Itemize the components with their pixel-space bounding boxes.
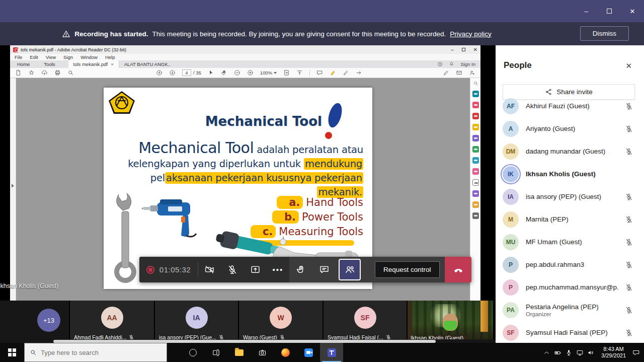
stamp-tool-icon[interactable] bbox=[472, 201, 479, 208]
window-minimize-button[interactable]: – bbox=[575, 0, 598, 22]
edit-pdf-icon[interactable] bbox=[472, 102, 479, 108]
filmstrip-scrollbar-thumb[interactable] bbox=[53, 340, 436, 343]
request-control-button[interactable]: Request control bbox=[375, 261, 440, 278]
file-explorer-button[interactable] bbox=[227, 343, 251, 362]
people-panel-close-icon[interactable]: ✕ bbox=[625, 61, 632, 70]
zoom-level-dropdown[interactable]: 100% bbox=[260, 70, 277, 76]
menu-view[interactable]: View bbox=[46, 54, 56, 60]
star-favorites-icon[interactable] bbox=[28, 69, 35, 76]
protect-pdf-icon[interactable] bbox=[472, 179, 479, 186]
participant-row-self[interactable]: IK Ikhsan Kholis (Guest) bbox=[496, 163, 644, 185]
comment-tool-icon[interactable] bbox=[316, 69, 323, 76]
doc-tab-alat-bantu[interactable]: ALAT BANTU ANGK.. bbox=[119, 60, 176, 68]
mic-toggle-button[interactable] bbox=[221, 257, 244, 282]
raise-hand-button[interactable] bbox=[289, 257, 312, 282]
privacy-policy-link[interactable]: Privacy policy bbox=[450, 30, 492, 38]
fill-sign-icon[interactable] bbox=[443, 69, 449, 76]
participant-row[interactable]: IA isa ansory (PEP) (Guest) bbox=[496, 185, 644, 208]
menu-window[interactable]: Window bbox=[80, 54, 98, 60]
camera-app-button[interactable] bbox=[251, 343, 274, 362]
participant-row[interactable]: DM dadang munandar (Guest) bbox=[496, 140, 644, 163]
participant-row[interactable]: MU MF Umam (Guest) bbox=[496, 231, 644, 253]
volume-icon[interactable] bbox=[587, 349, 595, 356]
more-tools-icon[interactable] bbox=[472, 212, 479, 219]
chat-button[interactable] bbox=[312, 257, 336, 282]
compress-pdf-icon[interactable] bbox=[472, 157, 479, 164]
window-close-button[interactable]: ✕ bbox=[621, 0, 644, 22]
highlighter-tool-icon[interactable] bbox=[330, 69, 336, 76]
cortana-button[interactable] bbox=[181, 343, 204, 362]
zoom-app-button[interactable] bbox=[297, 343, 320, 362]
doc-tab-tols-mekanik[interactable]: tols mekanik.pdf × bbox=[68, 60, 119, 68]
window-maximize-button[interactable] bbox=[598, 0, 621, 22]
participant-row[interactable]: SF Syamsul Hadi Faisal (PEP) bbox=[496, 321, 644, 344]
people-button-active[interactable] bbox=[339, 259, 361, 280]
print-icon[interactable] bbox=[54, 69, 61, 76]
acrobat-maximize-button[interactable] bbox=[462, 48, 465, 51]
share-with-others-icon[interactable] bbox=[469, 69, 475, 76]
fill-sign-panel-icon[interactable] bbox=[472, 168, 479, 175]
bell-icon[interactable] bbox=[449, 61, 454, 67]
self-video-tile[interactable]: Ikhsan Kholis (Guest) bbox=[408, 301, 493, 343]
teams-app-button[interactable] bbox=[320, 343, 343, 362]
participant-row[interactable]: A Ariyanto (Guest) bbox=[496, 117, 644, 140]
sign-draw-icon[interactable] bbox=[343, 69, 349, 76]
nav-pane-strip[interactable] bbox=[10, 78, 16, 301]
tray-mic-icon[interactable] bbox=[565, 349, 573, 356]
menu-sign[interactable]: Sign bbox=[63, 54, 73, 60]
send-mail-icon[interactable] bbox=[456, 69, 462, 76]
participant-row[interactable]: M Marnita (PEP) bbox=[496, 208, 644, 231]
share-screen-button[interactable] bbox=[244, 257, 267, 282]
doc-tab-close-icon[interactable]: × bbox=[111, 61, 114, 67]
taskbar-clock[interactable]: 8:43 AM 3/29/2021 bbox=[598, 346, 629, 359]
participant-tile[interactable]: IA isa ansory (PEP) (Gue... bbox=[155, 301, 238, 343]
hand-tool-icon[interactable] bbox=[221, 69, 227, 76]
share-upload-icon[interactable] bbox=[41, 69, 48, 76]
help-icon[interactable] bbox=[437, 61, 443, 67]
menu-file[interactable]: File bbox=[15, 54, 22, 60]
tab-home[interactable]: Home bbox=[10, 60, 37, 68]
taskbar-search[interactable] bbox=[24, 343, 167, 362]
dismiss-button[interactable]: Dismiss bbox=[580, 26, 629, 41]
acrobat-minimize-button[interactable]: – bbox=[451, 47, 454, 52]
menu-help[interactable]: Help bbox=[105, 54, 115, 60]
battery-icon[interactable] bbox=[554, 349, 561, 356]
create-pdf-icon[interactable] bbox=[472, 113, 479, 119]
organize-pages-icon[interactable] bbox=[472, 146, 479, 153]
previous-page-icon[interactable] bbox=[156, 69, 163, 76]
participant-tile[interactable]: W Warso (Guest) bbox=[239, 301, 323, 343]
sign-in-button[interactable]: Sign In bbox=[460, 61, 475, 67]
acrobat-close-button[interactable]: ✕ bbox=[473, 47, 477, 52]
participant-row[interactable]: P pep.muchammad.mansyur@p. bbox=[496, 276, 644, 299]
search-input[interactable] bbox=[41, 349, 162, 356]
overflow-tile[interactable]: +13 bbox=[0, 301, 69, 343]
export-pdf-icon[interactable] bbox=[472, 91, 479, 97]
next-page-icon[interactable] bbox=[169, 69, 176, 76]
search-tools-icon[interactable] bbox=[473, 81, 478, 86]
start-button[interactable] bbox=[0, 343, 24, 362]
tab-tools[interactable]: Tools bbox=[37, 60, 62, 68]
participant-row[interactable]: AF Akhirul Fauzi (Guest) bbox=[496, 95, 644, 117]
select-tool-icon[interactable] bbox=[208, 69, 214, 76]
participant-tile[interactable]: AA Ahmad Fadli Ashiddi... bbox=[70, 301, 154, 343]
tray-chevron-up-icon[interactable] bbox=[543, 349, 550, 356]
participant-row-organizer[interactable]: PA Pestaria Angelina (PEP) Organizer bbox=[496, 299, 644, 321]
hang-up-button[interactable] bbox=[445, 257, 471, 282]
fit-page-icon[interactable] bbox=[283, 69, 290, 76]
forward-tool-icon[interactable] bbox=[356, 69, 362, 76]
page-number-field[interactable]: 4 / 35 bbox=[182, 69, 201, 76]
camera-toggle-button[interactable] bbox=[198, 257, 221, 282]
participant-tile[interactable]: SF Syamsul Hadi Faisal (... bbox=[324, 301, 407, 343]
task-view-button[interactable] bbox=[204, 343, 227, 362]
participant-row[interactable]: P pep.abdul.rahman3 bbox=[496, 253, 644, 276]
zoom-in-icon[interactable] bbox=[247, 69, 254, 76]
fit-width-icon[interactable] bbox=[296, 69, 303, 76]
zoom-out-icon[interactable] bbox=[234, 69, 240, 76]
network-icon[interactable] bbox=[576, 349, 584, 356]
find-icon[interactable] bbox=[67, 69, 74, 76]
firefox-button[interactable] bbox=[274, 343, 297, 362]
page-current-input[interactable]: 4 bbox=[182, 69, 191, 76]
combine-files-icon[interactable] bbox=[472, 135, 479, 141]
more-actions-button[interactable]: ••• bbox=[267, 257, 289, 282]
menu-edit[interactable]: Edit bbox=[30, 54, 38, 60]
